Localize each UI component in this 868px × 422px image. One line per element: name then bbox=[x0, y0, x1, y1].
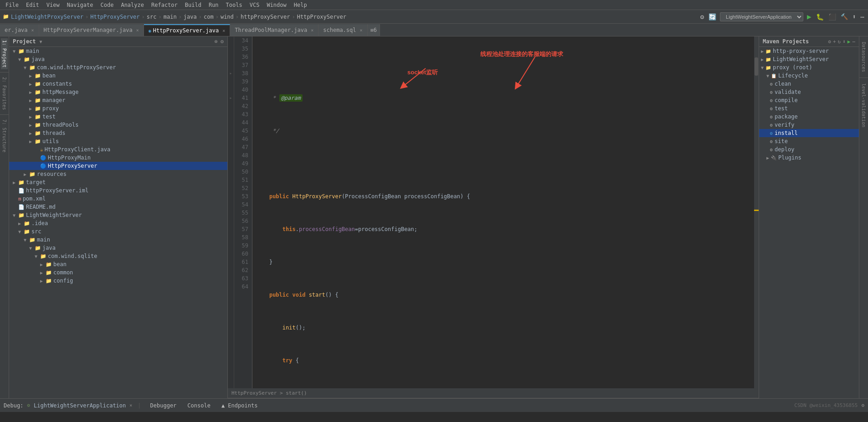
tab-close-er[interactable]: × bbox=[31, 28, 34, 33]
tree-constants[interactable]: ▶ 📁 constants bbox=[9, 80, 227, 88]
settings-icon[interactable]: ⚙ bbox=[699, 12, 705, 21]
stop-button[interactable]: ⬛ bbox=[827, 12, 837, 21]
run-button[interactable]: ▶ bbox=[806, 11, 812, 22]
code-text[interactable]: * @param */ public HttpProxyServer(Proce… bbox=[252, 36, 759, 388]
menu-edit[interactable]: Edit bbox=[22, 1, 43, 9]
tree-test[interactable]: ▶ 📁 test bbox=[9, 113, 227, 121]
maven-item-http-proxy[interactable]: ▶ 📁 http-proxy-server bbox=[759, 47, 859, 55]
tab-close-active[interactable]: × bbox=[222, 28, 225, 33]
tab-er-java[interactable]: er.java × bbox=[0, 24, 39, 36]
tree-java-lw[interactable]: ▼ 📁 java bbox=[9, 244, 227, 252]
tree-config-lw[interactable]: ▶ 📁 config bbox=[9, 277, 227, 285]
maven-lifecycle-test[interactable]: ⚙ test bbox=[759, 104, 859, 113]
menu-file[interactable]: File bbox=[2, 1, 22, 9]
maven-lifecycle-deploy[interactable]: ⚙ deploy bbox=[759, 145, 859, 154]
gutter-collapse[interactable]: ▸ bbox=[228, 69, 234, 77]
level-validation-tab[interactable]: level-validation bbox=[860, 80, 867, 131]
tab-close-threadpool[interactable]: × bbox=[311, 28, 313, 33]
menu-view[interactable]: View bbox=[43, 1, 63, 9]
maven-lifecycle-validate[interactable]: ⚙ validate bbox=[759, 88, 859, 96]
breadcrumb-project[interactable]: LightWeightProxyServer bbox=[11, 14, 83, 20]
tree-common-lw[interactable]: ▶ 📁 common bbox=[9, 268, 227, 277]
menu-build[interactable]: Build bbox=[181, 1, 205, 9]
tree-proxy[interactable]: ▶ 📁 proxy bbox=[9, 104, 227, 113]
build-button[interactable]: 🔨 bbox=[840, 12, 849, 21]
menu-refactor[interactable]: Refactor bbox=[148, 1, 181, 9]
tree-httpproxyserver[interactable]: ▶ 🔵 HttpProxyServer bbox=[9, 162, 227, 170]
tree-pom[interactable]: ▶ m pom.xml bbox=[9, 195, 227, 203]
maven-add-icon[interactable]: + bbox=[833, 39, 836, 45]
tree-iml[interactable]: ▶ 📄 httpProxyServer.iml bbox=[9, 186, 227, 195]
tree-lightweightserver[interactable]: ▼ 📁 LightWeightServer bbox=[9, 211, 227, 219]
menu-help[interactable]: Help bbox=[290, 1, 311, 9]
tree-com-wind-sqlite[interactable]: ▼ 📁 com.wind.sqlite bbox=[9, 252, 227, 260]
tree-main-lw[interactable]: ▼ 📁 main bbox=[9, 236, 227, 244]
menu-tools[interactable]: Tools bbox=[222, 1, 246, 9]
tree-httpproxymain[interactable]: ▶ 🔵 HttpProxyMain bbox=[9, 154, 227, 162]
tree-manager[interactable]: ▶ 📁 manager bbox=[9, 96, 227, 104]
tab-httpproxyservermanager[interactable]: HttpProxyServerManager.java × bbox=[39, 24, 144, 36]
update-button[interactable]: ⬆ bbox=[852, 12, 857, 21]
tree-readme[interactable]: ▶ 📄 README.md bbox=[9, 203, 227, 211]
maven-lifecycle-clean[interactable]: ⚙ clean bbox=[759, 80, 859, 88]
maven-lifecycle-site[interactable]: ⚙ site bbox=[759, 137, 859, 145]
menu-vcs[interactable]: VCS bbox=[246, 1, 263, 9]
code-editor[interactable]: ▸ ▸ bbox=[228, 36, 759, 388]
sidebar-sync-icon[interactable]: ⊕ bbox=[215, 38, 218, 45]
maven-lifecycle-verify[interactable]: ⚙ verify bbox=[759, 121, 859, 129]
run-config-selector[interactable]: LightWeightServerApplication bbox=[720, 12, 803, 21]
sync-icon[interactable]: 🔄 bbox=[708, 12, 717, 21]
tab-httpproxyserver[interactable]: ◉ HttpProxyServer.java × bbox=[144, 24, 231, 36]
settings-icon-status[interactable]: ⚙ bbox=[861, 402, 864, 408]
more-button[interactable]: ⋯ bbox=[860, 12, 865, 21]
menu-navigate[interactable]: Navigate bbox=[63, 1, 97, 9]
breadcrumb-module[interactable]: HttpProxyServer bbox=[90, 14, 139, 20]
tree-com-wind[interactable]: ▼ 📁 com.wind.httpProxyServer bbox=[9, 63, 227, 72]
tab-close-schema[interactable]: × bbox=[360, 28, 363, 33]
maven-lifecycle-install[interactable]: ⚙ install bbox=[759, 129, 859, 137]
maven-lifecycle-compile[interactable]: ⚙ compile bbox=[759, 96, 859, 104]
sidebar-settings-icon[interactable]: ⚙ bbox=[221, 38, 224, 45]
maven-item-plugins[interactable]: ▶ 🔌 Plugins bbox=[759, 154, 859, 162]
favorites-tool-button[interactable]: 2: Favorites bbox=[1, 75, 8, 112]
maven-item-lifecycle[interactable]: ▼ 📋 Lifecycle bbox=[759, 72, 859, 80]
tree-utils[interactable]: ▶ 📁 utils bbox=[9, 137, 227, 145]
tree-target[interactable]: ▶ 📁 target bbox=[9, 178, 227, 186]
tab-threadpoolmanager[interactable]: ThreadPoolManager.java × bbox=[230, 24, 318, 36]
tree-httpmessage[interactable]: ▶ 📁 httpMessage bbox=[9, 88, 227, 96]
tree-idea[interactable]: ▶ 📁 .idea bbox=[9, 219, 227, 227]
debug-close-icon[interactable]: × bbox=[129, 403, 132, 408]
tree-threads[interactable]: ▶ 📁 threads bbox=[9, 129, 227, 137]
maven-item-lightweight[interactable]: ▶ 📁 LightWeightServer bbox=[759, 55, 859, 63]
maven-more-icon[interactable]: ⋯ bbox=[852, 39, 855, 45]
console-tab[interactable]: Console bbox=[184, 401, 214, 410]
maven-item-proxy[interactable]: ▼ 📁 proxy (root) bbox=[759, 63, 859, 72]
tree-main[interactable]: ▼ 📁 main bbox=[9, 47, 227, 55]
tab-more[interactable]: ≡6 bbox=[368, 24, 380, 36]
menu-analyze[interactable]: Analyze bbox=[117, 1, 148, 9]
tree-httpproxyclient[interactable]: ▶ ☕ HttpProxyClient.java bbox=[9, 145, 227, 154]
scrollbar-track[interactable] bbox=[754, 36, 759, 388]
endpoints-tab[interactable]: ▲ Endpoints bbox=[218, 401, 261, 410]
debug-app-name[interactable]: LightWeightServerApplication bbox=[34, 402, 126, 409]
tree-bean-lw[interactable]: ▶ 📁 bean bbox=[9, 260, 227, 268]
structure-tool-button[interactable]: 7: Structure bbox=[1, 118, 8, 154]
sidebar-dropdown-icon[interactable]: ▼ bbox=[40, 39, 42, 44]
gutter-collapse[interactable]: ▸ bbox=[228, 94, 234, 102]
project-tool-button[interactable]: 1: Project bbox=[1, 38, 8, 69]
tree-resources[interactable]: ▶ 📁 resources bbox=[9, 170, 227, 178]
debug-button[interactable]: 🐛 bbox=[815, 12, 825, 21]
tree-bean[interactable]: ▶ 📁 bean bbox=[9, 72, 227, 80]
tree-threadpools[interactable]: ▶ 📁 threadPools bbox=[9, 121, 227, 129]
debugger-tab[interactable]: Debugger bbox=[147, 401, 180, 410]
tree-src-lw[interactable]: ▼ 📁 src bbox=[9, 227, 227, 236]
maven-run-icon[interactable]: ▶ bbox=[847, 39, 851, 45]
maven-settings-icon[interactable]: ⚙ bbox=[828, 39, 831, 45]
maven-lifecycle-package[interactable]: ⚙ package bbox=[759, 113, 859, 121]
tree-java[interactable]: ▼ 📁 java bbox=[9, 55, 227, 63]
datasources-tab[interactable]: Datasources bbox=[860, 38, 867, 76]
tab-schema-sql[interactable]: schema.sql × bbox=[318, 24, 367, 36]
menu-code[interactable]: Code bbox=[97, 1, 118, 9]
tab-close-manager[interactable]: × bbox=[136, 28, 139, 33]
menu-run[interactable]: Run bbox=[205, 1, 222, 9]
